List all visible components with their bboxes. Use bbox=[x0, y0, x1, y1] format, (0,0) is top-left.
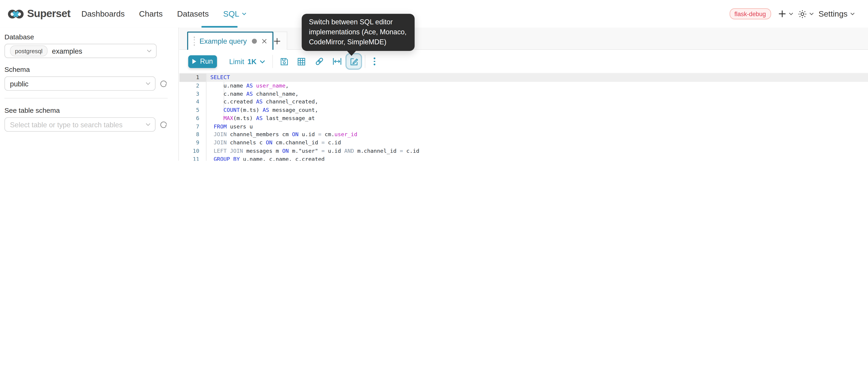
row-limit-dropdown[interactable]: Limit 1K bbox=[229, 57, 266, 66]
navbar-right: flask-debug bbox=[730, 0, 855, 28]
code-line: MAX(m.ts) AS last_message_at bbox=[210, 115, 868, 123]
code-line: COUNT(m.ts) AS message_count, bbox=[210, 106, 868, 115]
code-lines: SELECT u.name AS user_name, c.name AS ch… bbox=[210, 74, 868, 161]
code-line: LEFT JOIN messages m ON m."user" = u.id … bbox=[210, 147, 868, 155]
line-number-gutter: 12345678910111213 bbox=[180, 74, 207, 161]
code-line: GROUP BY u.name, c.name, c.created bbox=[210, 155, 868, 161]
schema-value: public bbox=[10, 79, 28, 88]
environment-badge: flask-debug bbox=[730, 8, 771, 20]
superset-logo[interactable]: Superset bbox=[7, 0, 70, 28]
close-tab-icon[interactable] bbox=[262, 39, 267, 44]
nav-item-dashboards[interactable]: Dashboards bbox=[82, 9, 125, 18]
schema-select[interactable]: public bbox=[4, 76, 155, 91]
new-item-menu[interactable] bbox=[778, 10, 793, 18]
database-value: examples bbox=[52, 47, 82, 55]
save-icon[interactable] bbox=[280, 57, 289, 66]
sql-code-editor[interactable]: 12345678910111213 SELECT u.name AS user_… bbox=[180, 74, 868, 161]
tooltip-text-line: implementations (Ace, Monaco, bbox=[309, 28, 407, 37]
unsaved-indicator-icon bbox=[252, 39, 257, 44]
navbar: Superset DashboardsChartsDatasetsSQL fla… bbox=[0, 0, 868, 28]
database-select[interactable]: postgresql examples bbox=[4, 44, 156, 58]
line-number: 8 bbox=[180, 131, 206, 139]
sql-editor-panel: Example query Run Limit 1K bbox=[180, 28, 868, 161]
superset-sql-lab: Superset DashboardsChartsDatasetsSQL fla… bbox=[0, 0, 868, 161]
sun-theme-icon bbox=[798, 10, 806, 18]
edit-icon[interactable] bbox=[350, 57, 358, 66]
sqllab-left-panel: Database postgresql examples Schema publ… bbox=[0, 28, 179, 161]
line-number: 3 bbox=[180, 90, 206, 98]
code-line: c.created AS channel_created, bbox=[210, 98, 868, 106]
database-engine-tag: postgresql bbox=[10, 45, 48, 57]
editor-implementation-tooltip: Switch between SQL editorimplementations… bbox=[302, 14, 414, 51]
code-line: SELECT bbox=[210, 74, 868, 82]
table-schema-label: See table schema bbox=[4, 107, 168, 115]
line-number: 7 bbox=[180, 123, 206, 131]
editor-tabbar: Example query bbox=[180, 28, 868, 50]
chevron-down-icon bbox=[147, 49, 152, 53]
chevron-down-icon bbox=[850, 12, 855, 16]
toolbar-divider bbox=[365, 55, 366, 68]
code-line: FROM users u bbox=[210, 123, 868, 131]
line-number: 9 bbox=[180, 139, 206, 147]
nav-item-datasets[interactable]: Datasets bbox=[177, 9, 209, 18]
settings-label: Settings bbox=[818, 9, 847, 18]
tooltip-text-line: CodeMirror, SimpleMDE) bbox=[309, 37, 407, 47]
settings-menu[interactable]: Settings bbox=[818, 9, 855, 18]
plus-icon bbox=[778, 10, 786, 18]
schema-label: Schema bbox=[4, 66, 168, 74]
limit-label: Limit bbox=[229, 57, 244, 66]
drag-handle-icon bbox=[194, 37, 195, 46]
tooltip-text-line: Switch between SQL editor bbox=[309, 18, 407, 28]
theme-menu[interactable] bbox=[798, 10, 813, 18]
link-icon[interactable] bbox=[315, 57, 324, 66]
line-number: 1 bbox=[180, 74, 206, 82]
line-number: 4 bbox=[180, 98, 206, 106]
toolbar-divider bbox=[273, 55, 273, 68]
table-icon[interactable] bbox=[298, 57, 306, 66]
tooltip-arrow bbox=[347, 51, 356, 56]
chevron-down-icon bbox=[809, 12, 813, 16]
run-query-button[interactable]: Run bbox=[188, 55, 217, 68]
query-tab[interactable]: Example query bbox=[187, 32, 273, 50]
sidebar-divider bbox=[4, 98, 168, 98]
limit-value: 1K bbox=[247, 57, 256, 66]
brand-wordmark: Superset bbox=[27, 8, 70, 20]
editor-toolbar: Run Limit 1K bbox=[180, 50, 868, 74]
superset-infinity-icon bbox=[7, 8, 24, 20]
code-line: JOIN channel_members cm ON u.id = cm.use… bbox=[210, 131, 868, 139]
code-line: c.name AS channel_name, bbox=[210, 90, 868, 98]
chevron-down-icon bbox=[242, 12, 246, 16]
line-number: 2 bbox=[180, 82, 206, 90]
line-number: 11 bbox=[180, 155, 206, 161]
code-line: JOIN channels c ON cm.channel_id = c.id bbox=[210, 139, 868, 147]
chevron-down-icon bbox=[146, 123, 151, 126]
run-label: Run bbox=[200, 58, 213, 65]
nav-item-charts[interactable]: Charts bbox=[139, 9, 163, 18]
table-select[interactable]: Select table or type to search tables bbox=[4, 117, 155, 132]
line-number: 6 bbox=[180, 115, 206, 123]
nav-item-sql[interactable]: SQL bbox=[223, 9, 246, 18]
refresh-tables-icon[interactable] bbox=[159, 120, 168, 129]
code-line: u.name AS user_name, bbox=[210, 82, 868, 90]
chevron-down-icon bbox=[146, 82, 151, 85]
line-number: 5 bbox=[180, 106, 206, 115]
estimate-width-icon[interactable] bbox=[333, 58, 342, 65]
active-nav-underline bbox=[202, 26, 238, 28]
database-label: Database bbox=[4, 33, 168, 41]
chevron-down-icon bbox=[788, 12, 793, 16]
main-nav: DashboardsChartsDatasetsSQL bbox=[82, 0, 247, 28]
line-number: 10 bbox=[180, 147, 206, 155]
refresh-schemas-icon[interactable] bbox=[159, 79, 168, 88]
kebab-menu-icon[interactable] bbox=[374, 58, 376, 65]
table-select-placeholder: Select table or type to search tables bbox=[10, 120, 123, 129]
play-icon bbox=[192, 59, 197, 64]
query-tab-label: Example query bbox=[199, 37, 247, 45]
